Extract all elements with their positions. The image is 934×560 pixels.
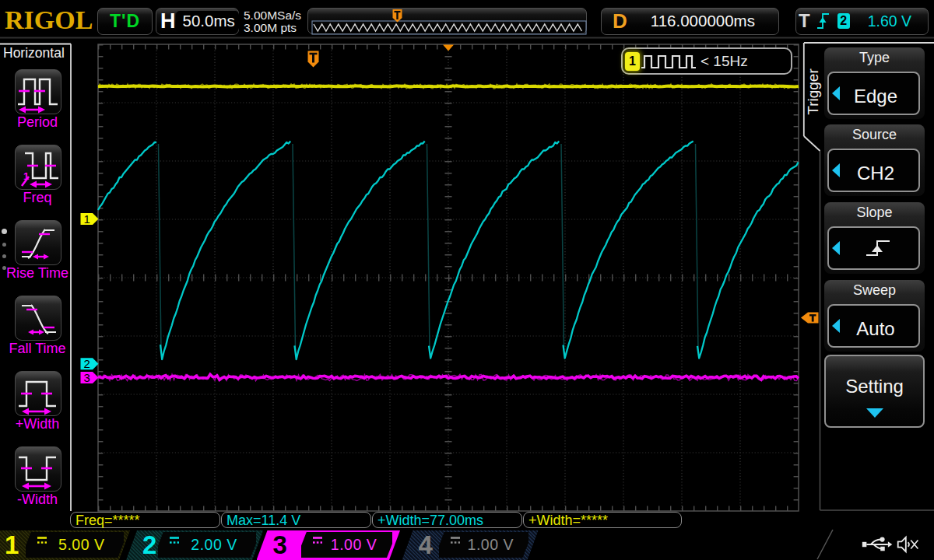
svg-text:1: 1 (84, 212, 90, 226)
svg-text:2: 2 (84, 357, 90, 370)
svg-text:1: 1 (23, 170, 29, 182)
svg-text:3: 3 (84, 371, 90, 384)
